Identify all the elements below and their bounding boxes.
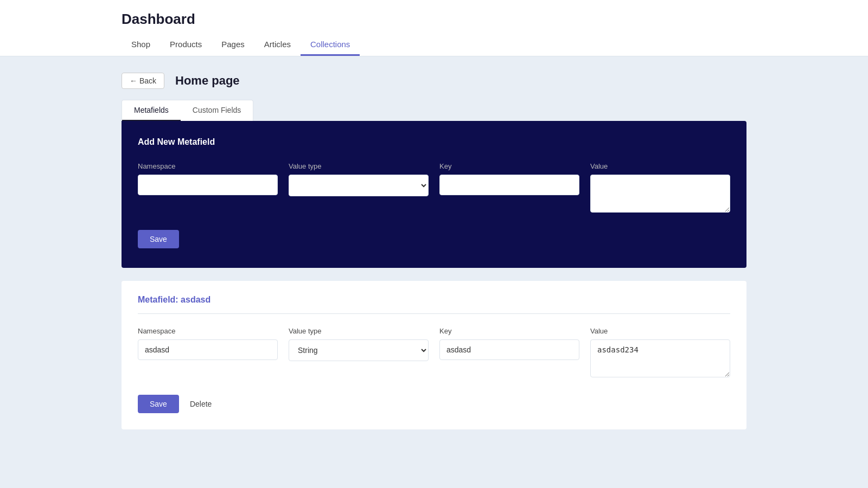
key-label: Key — [439, 162, 579, 170]
header: Dashboard Shop Products Pages Articles C… — [0, 0, 868, 56]
nav-item-shop[interactable]: Shop — [122, 34, 160, 56]
value-field: Value — [590, 162, 730, 215]
key-field: Key — [439, 162, 579, 215]
existing-namespace-field: Namespace — [138, 327, 278, 380]
add-metafield-title: Add New Metafield — [138, 137, 730, 147]
bottom-actions: Save Delete — [138, 395, 730, 413]
delete-button[interactable]: Delete — [190, 400, 212, 408]
page-content: ← Back Home page Metafields Custom Field… — [0, 56, 868, 446]
namespace-label: Namespace — [138, 162, 278, 170]
tabs-container: Metafields Custom Fields — [122, 100, 253, 121]
add-metafield-fields: Namespace Value type String Integer JSON… — [138, 162, 730, 215]
value-type-select[interactable]: String Integer JSON string Boolean — [289, 175, 429, 196]
value-textarea[interactable] — [590, 175, 730, 213]
existing-value-textarea[interactable] — [590, 339, 730, 377]
existing-value-field: Value — [590, 327, 730, 380]
existing-value-label: Value — [590, 327, 730, 335]
add-save-button[interactable]: Save — [138, 230, 179, 248]
add-metafield-card: Add New Metafield Namespace Value type S… — [122, 121, 746, 268]
nav-item-collections[interactable]: Collections — [301, 34, 360, 56]
main-nav: Shop Products Pages Articles Collections — [0, 34, 868, 56]
namespace-input[interactable] — [138, 175, 278, 195]
key-input[interactable] — [439, 175, 579, 195]
tab-custom-fields[interactable]: Custom Fields — [181, 100, 253, 121]
existing-key-input[interactable] — [439, 339, 579, 360]
existing-value-type-label: Value type — [289, 327, 429, 335]
tab-metafields[interactable]: Metafields — [122, 100, 181, 121]
page-title: Home page — [175, 74, 240, 88]
page-header: ← Back Home page — [122, 73, 746, 89]
value-type-label: Value type — [289, 162, 429, 170]
existing-key-label: Key — [439, 327, 579, 335]
divider — [138, 313, 730, 314]
existing-value-type-field: Value type String Integer JSON string Bo… — [289, 327, 429, 380]
existing-key-field: Key — [439, 327, 579, 380]
value-label: Value — [590, 162, 730, 170]
existing-value-type-select[interactable]: String Integer JSON string Boolean — [289, 339, 429, 361]
app-title: Dashboard — [0, 11, 868, 34]
existing-namespace-input[interactable] — [138, 339, 278, 360]
existing-metafield-fields: Namespace Value type String Integer JSON… — [138, 327, 730, 380]
namespace-field: Namespace — [138, 162, 278, 215]
nav-item-products[interactable]: Products — [160, 34, 212, 56]
value-type-field: Value type String Integer JSON string Bo… — [289, 162, 429, 215]
existing-save-button[interactable]: Save — [138, 395, 179, 413]
existing-metafield-card: Metafield: asdasd Namespace Value type S… — [122, 281, 746, 429]
existing-namespace-label: Namespace — [138, 327, 278, 335]
back-button[interactable]: ← Back — [122, 73, 164, 89]
nav-item-pages[interactable]: Pages — [212, 34, 254, 56]
nav-item-articles[interactable]: Articles — [254, 34, 301, 56]
existing-metafield-title: Metafield: asdasd — [138, 295, 730, 305]
